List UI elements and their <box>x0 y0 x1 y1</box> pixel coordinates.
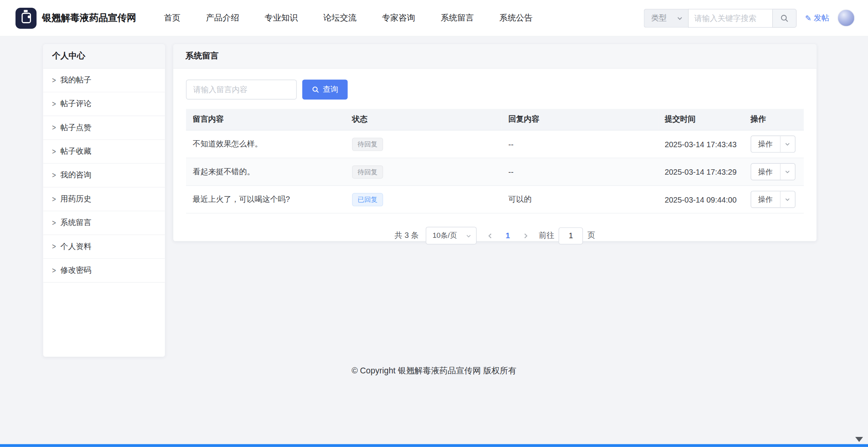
table-row: 看起来挺不错的。 待回复 -- 2025-03-14 17:43:29 操作 <box>186 158 804 186</box>
message-search-input[interactable] <box>186 80 297 100</box>
page: 银翘解毒液药品宣传网 首页 产品介绍 专业知识 论坛交流 专家咨询 系统留言 系… <box>0 0 868 447</box>
sidebar-item-label: 用药历史 <box>60 194 91 204</box>
panel-body: 查询 留言内容 状态 回复内容 提交时间 操作 <box>173 69 816 244</box>
table-row: 不知道效果怎么样。 待回复 -- 2025-03-14 17:43:43 操作 <box>186 130 804 158</box>
nav-item-products[interactable]: 产品介绍 <box>206 13 239 23</box>
cell-submit-time: 2025-03-14 17:43:43 <box>658 130 744 158</box>
chevron-right-icon: > <box>52 147 56 156</box>
header-search-button[interactable] <box>772 9 797 28</box>
chevron-right-icon: > <box>52 242 56 251</box>
nav-item-knowledge[interactable]: 专业知识 <box>265 13 298 23</box>
chevron-left-icon <box>487 232 494 239</box>
sidebar-item-system-messages[interactable]: > 系统留言 <box>43 211 165 235</box>
edit-icon: ✎ <box>805 14 812 22</box>
chevron-right-icon: > <box>52 76 56 85</box>
column-header-status: 状态 <box>345 109 502 130</box>
sidebar-item-label: 帖子评论 <box>60 99 91 109</box>
page-number-current[interactable]: 1 <box>504 231 513 240</box>
action-button-label: 操作 <box>751 191 780 207</box>
cell-submit-time: 2025-03-14 09:44:00 <box>658 186 744 213</box>
previous-page-button[interactable] <box>484 232 496 239</box>
page-size-value: 10条/页 <box>433 230 457 241</box>
row-action-dropdown-button[interactable]: 操作 <box>751 163 796 180</box>
goto-label: 前往 <box>539 230 554 241</box>
chevron-right-icon: > <box>52 171 56 180</box>
table-header-row: 留言内容 状态 回复内容 提交时间 操作 <box>186 109 804 130</box>
column-header-time: 提交时间 <box>658 109 744 130</box>
sidebar-item-post-likes[interactable]: > 帖子点赞 <box>43 116 165 140</box>
action-button-label: 操作 <box>751 164 780 180</box>
sidebar-title: 个人中心 <box>43 44 165 69</box>
sidebar-item-label: 系统留言 <box>60 218 91 228</box>
sidebar-item-change-password[interactable]: > 修改密码 <box>43 259 165 282</box>
nav-item-messages[interactable]: 系统留言 <box>441 13 474 23</box>
column-header-content: 留言内容 <box>186 109 345 130</box>
cell-submit-time: 2025-03-14 17:43:29 <box>658 158 744 186</box>
main-nav: 首页 产品介绍 专业知识 论坛交流 专家咨询 系统留言 系统公告 <box>164 13 533 23</box>
chevron-right-icon <box>522 232 529 239</box>
copyright-text: © Copyright 银翘解毒液药品宣传网 版权所有 <box>0 366 868 376</box>
nav-item-home[interactable]: 首页 <box>164 13 181 23</box>
cell-message-content: 最近上火了，可以喝这个吗? <box>186 186 345 213</box>
chevron-down-icon <box>780 136 795 152</box>
brand: 银翘解毒液药品宣传网 <box>16 7 136 28</box>
query-button-label: 查询 <box>323 84 338 95</box>
sidebar-item-label: 帖子收藏 <box>60 146 91 156</box>
row-action-dropdown-button[interactable]: 操作 <box>751 136 796 153</box>
scroll-down-icon <box>855 437 863 442</box>
chevron-right-icon: > <box>52 123 56 132</box>
column-header-action: 操作 <box>744 109 804 130</box>
sidebar-item-medication-history[interactable]: > 用药历史 <box>43 187 165 211</box>
sidebar-item-label: 我的帖子 <box>60 75 91 85</box>
keyword-search-input[interactable] <box>688 9 772 28</box>
new-post-label: 发帖 <box>814 13 829 23</box>
pagination-total: 共 3 条 <box>395 230 419 241</box>
chevron-down-icon <box>676 15 683 21</box>
sidebar-item-label: 我的咨询 <box>60 170 91 181</box>
table-row: 最近上火了，可以喝这个吗? 已回复 可以的 2025-03-14 09:44:0… <box>186 186 804 213</box>
header-right: 类型 ✎ 发帖 <box>644 9 855 28</box>
query-button[interactable]: 查询 <box>302 80 348 100</box>
user-avatar[interactable] <box>837 9 854 26</box>
chevron-right-icon: > <box>52 218 56 227</box>
sidebar-item-my-consultations[interactable]: > 我的咨询 <box>43 164 165 187</box>
page-size-select[interactable]: 10条/页 <box>426 227 477 244</box>
cell-message-content: 不知道效果怎么样。 <box>186 130 345 158</box>
bottom-accent-bar <box>0 444 868 447</box>
message-query-row: 查询 <box>186 80 804 100</box>
goto-page-input[interactable] <box>559 227 583 244</box>
chevron-right-icon: > <box>52 100 56 108</box>
cell-reply-content: -- <box>502 130 658 158</box>
cell-message-content: 看起来挺不错的。 <box>186 158 345 186</box>
chevron-right-icon: > <box>52 195 56 204</box>
medicine-bottle-icon <box>21 13 31 23</box>
sidebar-item-post-favorites[interactable]: > 帖子收藏 <box>43 140 165 163</box>
nav-item-forum[interactable]: 论坛交流 <box>323 13 357 23</box>
sidebar-item-label: 修改密码 <box>60 265 91 275</box>
personal-center-sidebar: 个人中心 > 我的帖子 > 帖子评论 > 帖子点赞 > 帖子收藏 > 我的咨询 … <box>43 44 165 357</box>
new-post-link[interactable]: ✎ 发帖 <box>805 13 829 23</box>
cell-reply-content: 可以的 <box>502 186 658 213</box>
chevron-down-icon <box>780 164 795 180</box>
search-type-value: 类型 <box>651 13 667 23</box>
top-navigation-bar: 银翘解毒液药品宣传网 首页 产品介绍 专业知识 论坛交流 专家咨询 系统留言 系… <box>0 0 868 36</box>
status-badge: 已回复 <box>352 193 383 206</box>
column-header-reply: 回复内容 <box>502 109 658 130</box>
sidebar-item-post-comments[interactable]: > 帖子评论 <box>43 92 165 116</box>
status-badge: 待回复 <box>352 165 383 178</box>
status-badge: 待回复 <box>352 138 383 151</box>
search-icon <box>780 14 789 22</box>
next-page-button[interactable] <box>519 232 531 239</box>
search-type-select[interactable]: 类型 <box>644 9 688 28</box>
messages-table: 留言内容 状态 回复内容 提交时间 操作 不知道效果怎么样。 待回复 -- 20… <box>186 109 804 213</box>
sidebar-item-my-posts[interactable]: > 我的帖子 <box>43 69 165 92</box>
site-title: 银翘解毒液药品宣传网 <box>42 12 136 24</box>
search-icon <box>312 86 319 93</box>
row-action-dropdown-button[interactable]: 操作 <box>751 191 796 208</box>
page-unit-label: 页 <box>587 230 595 241</box>
sidebar-item-profile[interactable]: > 个人资料 <box>43 235 165 259</box>
nav-item-announcements[interactable]: 系统公告 <box>499 13 533 23</box>
sidebar-item-label: 个人资料 <box>60 242 91 252</box>
nav-item-expert[interactable]: 专家咨询 <box>382 13 415 23</box>
chevron-down-icon <box>466 232 472 239</box>
